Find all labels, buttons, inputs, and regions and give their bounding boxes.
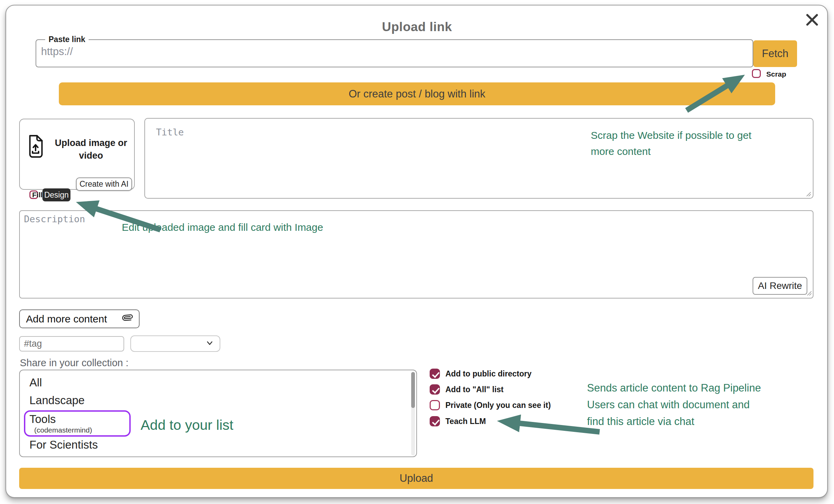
file-upload-icon (26, 134, 45, 160)
fill-checkbox-label: Fill (32, 191, 42, 199)
collection-item-landscape[interactable]: Landscape (29, 394, 84, 407)
option-row-private: Private (Only you can see it) (430, 400, 551, 410)
public-directory-label: Add to public directory (445, 369, 532, 379)
all-list-checkbox[interactable] (430, 384, 440, 395)
paperclip-icon (122, 313, 133, 325)
annotation-rag-note: Sends article content to Rag Pipeline Us… (587, 380, 761, 430)
option-row-public-directory: Add to public directory (430, 369, 532, 379)
add-more-content-label: Add more content (26, 313, 107, 325)
paste-link-fieldset: Paste link (36, 35, 753, 67)
upload-media-label: Upload image or video (50, 137, 132, 162)
tag-input[interactable] (19, 336, 124, 352)
category-select[interactable] (130, 335, 220, 352)
title-resize-handle[interactable] (805, 190, 811, 197)
add-more-content-button[interactable]: Add more content (19, 309, 140, 328)
annotation-list-note: Add to your list (141, 417, 233, 433)
scrap-checkbox[interactable] (752, 69, 761, 78)
page-title: Upload link (0, 20, 834, 34)
upload-button[interactable]: Upload (19, 468, 813, 489)
collection-item-tools[interactable]: Tools (29, 413, 56, 426)
fetch-button[interactable]: Fetch (753, 40, 797, 67)
paste-link-legend: Paste link (45, 35, 89, 44)
private-checkbox[interactable] (430, 400, 440, 410)
create-post-with-link-button[interactable]: Or create post / blog with link (59, 82, 775, 105)
collection-listbox: All Landscape Tools (codemastermind) For… (19, 370, 417, 457)
paste-link-input[interactable] (41, 45, 729, 58)
teach-llm-label: Teach LLM (445, 417, 486, 426)
ai-rewrite-button[interactable]: AI Rewrite (753, 277, 807, 295)
listbox-scrollbar-thumb[interactable] (411, 372, 415, 408)
share-collection-label: Share in your collection : (20, 357, 129, 369)
public-directory-checkbox[interactable] (430, 369, 440, 379)
close-icon[interactable] (804, 12, 820, 28)
private-label: Private (Only you can see it) (445, 401, 551, 410)
teach-llm-checkbox[interactable] (430, 416, 440, 426)
collection-item-for-scientists[interactable]: For Scientists (29, 438, 98, 451)
listbox-scrollbar[interactable] (411, 372, 415, 455)
collection-item-all[interactable]: All (29, 376, 42, 389)
option-row-all-list: Add to "All" list (430, 384, 504, 395)
chevron-down-icon (205, 339, 214, 349)
option-row-teach-llm: Teach LLM (430, 416, 486, 426)
all-list-label: Add to "All" list (445, 385, 504, 394)
create-with-ai-button[interactable]: Create with AI (76, 177, 132, 191)
annotation-scrap-note: Scrap the Website if possible to get mor… (591, 127, 752, 159)
scrap-checkbox-label: Scrap (766, 70, 786, 78)
design-button[interactable]: Design (42, 188, 70, 201)
collection-item-tools-owner: (codemastermind) (34, 426, 92, 434)
